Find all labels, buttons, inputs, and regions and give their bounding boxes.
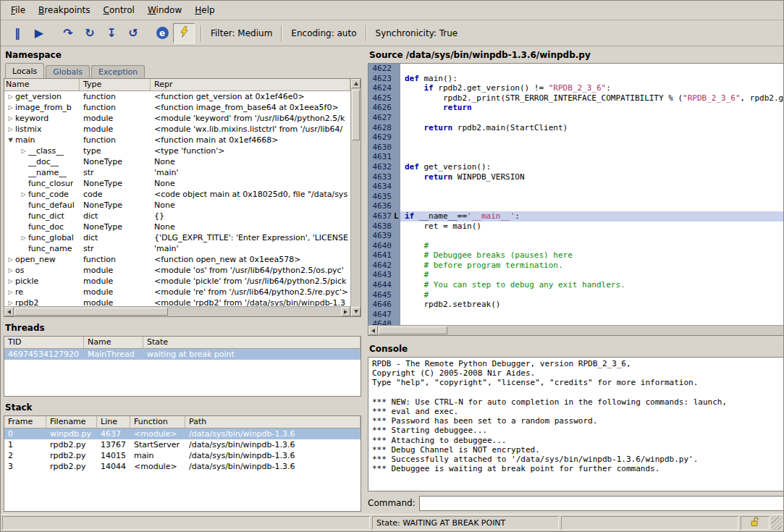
source-line[interactable]: 4629	[368, 132, 784, 143]
return-button[interactable]: ↧	[101, 23, 122, 43]
column-header-function[interactable]: Function	[130, 416, 185, 428]
menu-item-breakpoints[interactable]: Breakpoints	[33, 2, 96, 18]
line-number-gutter[interactable]: 4622	[368, 64, 400, 74]
line-number-gutter[interactable]: 4645	[368, 290, 400, 300]
namespace-row[interactable]: func_namestr'main'	[4, 243, 350, 254]
expander-icon[interactable]: ▷	[6, 124, 15, 135]
source-line[interactable]: 4623def main():	[368, 74, 784, 84]
expander-icon[interactable]: ▷	[19, 189, 28, 200]
namespace-row[interactable]: ▷image_from_bfunction<function image_fro…	[4, 102, 350, 113]
scroll-up-arrow[interactable]	[351, 79, 361, 88]
namespace-row[interactable]: ▼mainfunction<function main at 0x1ef4668…	[4, 135, 350, 145]
source-line[interactable]: 4628 return rpdb2.main(StartClient)	[368, 123, 784, 133]
source-line[interactable]: 4625 rpdb2._print(STR_ERROR_INTERFACE_CO…	[368, 93, 784, 104]
line-number-gutter[interactable]: 4648	[368, 319, 400, 325]
line-number-gutter[interactable]: 4641	[368, 250, 400, 261]
expander-icon[interactable]: ▷	[6, 276, 15, 287]
expander-icon[interactable]: ▷	[19, 232, 28, 243]
column-header-filename[interactable]: Filename	[46, 416, 97, 428]
source-line[interactable]: 4644 # You can step to debug any exit ha…	[368, 280, 784, 290]
line-number-gutter[interactable]: 4624	[368, 83, 400, 93]
source-line[interactable]: 4631	[368, 152, 784, 162]
scrollbar-track[interactable]	[14, 307, 341, 316]
source-line[interactable]: 4627	[368, 113, 784, 123]
line-number-gutter[interactable]: 4633	[368, 172, 400, 182]
line-number-gutter[interactable]: 4643	[368, 270, 400, 280]
source-line[interactable]: 4642 # before program termination.	[368, 261, 784, 271]
stack-row[interactable]: 1rpdb2.py13767StartServer/data/sys/bin/w…	[4, 439, 361, 450]
line-number-gutter[interactable]: 4638	[368, 221, 400, 232]
column-header-line[interactable]: Line	[97, 416, 130, 428]
source-line[interactable]: 4637Lif __name__=='__main__':	[368, 211, 784, 221]
line-number-gutter[interactable]: 4632	[368, 162, 400, 172]
namespace-row[interactable]: ▷keywordmodule<module 'keyword' from '/u…	[4, 113, 350, 124]
source-line[interactable]: 4622	[368, 64, 784, 74]
source-line[interactable]: 4633 return WINPDB_VERSION	[368, 172, 784, 182]
line-number-gutter[interactable]: 4631	[368, 152, 400, 162]
namespace-row[interactable]: ▷func_globaldict{'DLG_EXPR_TITLE': 'Ente…	[4, 232, 350, 243]
namespace-row[interactable]: ▷rpdb2module<module 'rpdb2' from '/data/…	[4, 297, 350, 306]
source-line[interactable]: 4640 #	[368, 241, 784, 251]
source-hscrollbar[interactable]	[368, 325, 784, 335]
expander-icon[interactable]: ▷	[19, 145, 28, 156]
namespace-row[interactable]: ▷picklemodule<module 'pickle' from '/usr…	[4, 276, 350, 287]
menu-item-file[interactable]: File	[5, 2, 31, 18]
namespace-hscrollbar[interactable]	[4, 306, 350, 316]
line-number-gutter[interactable]: 4636	[368, 201, 400, 211]
column-header-frame[interactable]: Frame	[4, 416, 46, 428]
source-line[interactable]: 4638 ret = main()	[368, 221, 784, 232]
menu-item-help[interactable]: Help	[189, 2, 220, 18]
encoding-button[interactable]: e	[151, 23, 173, 43]
column-header-type[interactable]: Type	[80, 79, 151, 90]
synchronicity-button[interactable]	[173, 23, 195, 43]
source-line[interactable]: 4632def get_version():	[368, 162, 784, 172]
line-number-gutter[interactable]: 4630	[368, 143, 400, 153]
expander-icon[interactable]: ▷	[6, 287, 15, 297]
scrollbar-track[interactable]	[378, 326, 784, 335]
scroll-right-arrow[interactable]	[341, 307, 350, 316]
go-button[interactable]: ▶	[28, 23, 50, 43]
stack-row[interactable]: 3rpdb2.py14044<module>/data/sys/bin/winp…	[4, 461, 361, 472]
line-number-gutter[interactable]: 4623	[368, 74, 400, 84]
horizontal-splitter[interactable]	[368, 336, 784, 342]
expander-icon[interactable]: ▷	[6, 91, 15, 102]
namespace-row[interactable]: func_dictdict{}	[4, 211, 350, 221]
menu-item-control[interactable]: Control	[98, 2, 140, 18]
namespace-row[interactable]: ▷remodule<module 're' from '/usr/lib64/p…	[4, 287, 350, 297]
source-line[interactable]: 4647	[368, 310, 784, 320]
source-line[interactable]: 4636	[368, 201, 784, 211]
column-header-name[interactable]: Name	[84, 337, 143, 348]
line-number-gutter[interactable]: 4647	[368, 310, 400, 320]
line-number-gutter[interactable]: 4628	[368, 123, 400, 133]
line-number-gutter[interactable]: 4625	[368, 93, 400, 104]
namespace-row[interactable]: ▷func_codecode<code object main at 0x180…	[4, 189, 350, 200]
line-number-gutter[interactable]: 4646	[368, 300, 400, 310]
namespace-row[interactable]: ▷get_versionfunction<function get_versio…	[4, 91, 350, 102]
source-line[interactable]: 4634	[368, 182, 784, 192]
line-number-gutter[interactable]: 4644	[368, 280, 400, 290]
scroll-down-arrow[interactable]	[351, 307, 361, 316]
line-number-gutter[interactable]: 4639	[368, 231, 400, 241]
expander-icon[interactable]: ▷	[6, 102, 15, 113]
scrollbar-thumb[interactable]	[14, 308, 168, 316]
expander-icon[interactable]: ▷	[6, 113, 15, 124]
line-number-gutter[interactable]: 4640	[368, 241, 400, 251]
line-number-gutter[interactable]: 4634	[368, 182, 400, 192]
namespace-row[interactable]: ▷listmixmodule<module 'wx.lib.mixins.lis…	[4, 124, 350, 135]
source-line[interactable]: 4630	[368, 143, 784, 153]
scrollbar-thumb[interactable]	[352, 90, 360, 140]
source-line[interactable]: 4646 rpdb2.setbreak()	[368, 300, 784, 310]
namespace-row[interactable]: ▷__class__type<type 'function'>	[4, 145, 350, 156]
namespace-row[interactable]: ▷osmodule<module 'os' from '/usr/lib64/p…	[4, 265, 350, 276]
line-number-gutter[interactable]: 4642	[368, 261, 400, 271]
namespace-vscrollbar[interactable]	[350, 79, 361, 316]
source-line[interactable]: 4645 #	[368, 290, 784, 300]
source-line[interactable]: 4624 if rpdb2.get_version() != "RPDB_2_3…	[368, 83, 784, 93]
namespace-row[interactable]: func_defaulNoneTypeNone	[4, 200, 350, 211]
break-button[interactable]: ‖	[7, 23, 28, 43]
expander-icon[interactable]: ▷	[6, 265, 15, 276]
scrollbar-track[interactable]	[351, 88, 361, 307]
namespace-row[interactable]: __doc__NoneTypeNone	[4, 156, 350, 167]
source-line[interactable]: 4635	[368, 192, 784, 202]
scrollbar-thumb[interactable]	[379, 326, 447, 334]
